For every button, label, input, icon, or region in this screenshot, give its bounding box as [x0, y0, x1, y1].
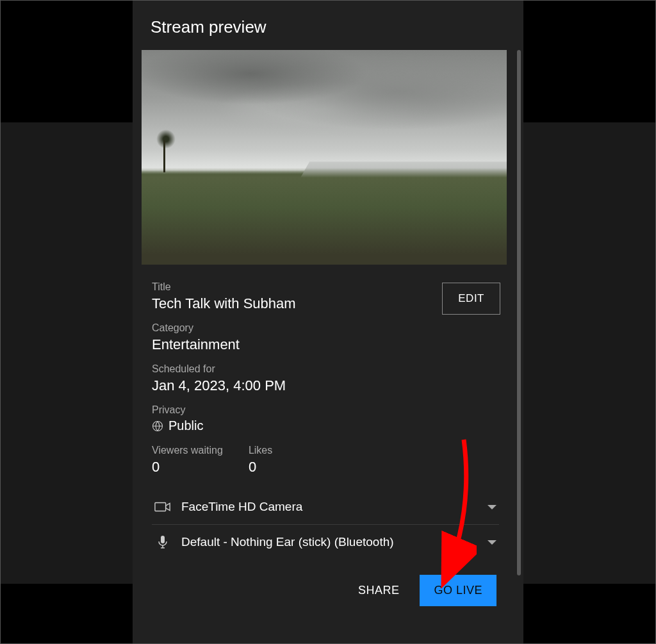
scroll-area: Title Tech Talk with Subham EDIT Categor…	[133, 50, 523, 644]
page-title: Stream preview	[151, 17, 505, 37]
svg-rect-2	[161, 536, 165, 543]
go-live-button[interactable]: GO LIVE	[420, 575, 496, 606]
globe-icon	[152, 420, 163, 432]
privacy-value: Public	[168, 418, 203, 433]
microphone-icon	[154, 536, 171, 549]
likes-stat: Likes 0	[249, 445, 272, 475]
privacy-row: Privacy Public	[152, 404, 499, 433]
background-panel-right	[523, 122, 655, 584]
likes-label: Likes	[249, 445, 272, 456]
viewers-label: Viewers waiting	[152, 445, 223, 456]
scrollbar[interactable]	[517, 50, 521, 575]
camera-label: FaceTime HD Camera	[181, 500, 477, 514]
stream-details: Title Tech Talk with Subham EDIT Categor…	[133, 265, 518, 559]
share-button[interactable]: SHARE	[358, 584, 400, 597]
viewers-value: 0	[152, 459, 223, 475]
viewers-stat: Viewers waiting 0	[152, 445, 223, 475]
camera-icon	[154, 500, 171, 513]
chevron-down-icon	[488, 540, 496, 545]
scheduled-label: Scheduled for	[152, 363, 499, 375]
stats-row: Viewers waiting 0 Likes 0	[152, 445, 499, 475]
title-row: Title Tech Talk with Subham EDIT	[152, 281, 499, 312]
category-value: Entertainment	[152, 336, 499, 353]
likes-value: 0	[249, 459, 272, 475]
edit-button[interactable]: EDIT	[442, 283, 500, 315]
camera-selector[interactable]: FaceTime HD Camera	[152, 490, 499, 525]
microphone-selector[interactable]: Default - Nothing Ear (stick) (Bluetooth…	[152, 525, 499, 559]
svg-rect-1	[155, 503, 166, 511]
action-bar: SHARE GO LIVE	[133, 559, 518, 619]
scheduled-row: Scheduled for Jan 4, 2023, 4:00 PM	[152, 363, 499, 394]
microphone-label: Default - Nothing Ear (stick) (Bluetooth…	[181, 535, 477, 549]
scheduled-value: Jan 4, 2023, 4:00 PM	[152, 377, 499, 394]
stream-thumbnail	[142, 50, 507, 265]
privacy-label: Privacy	[152, 404, 499, 416]
panel-header: Stream preview	[133, 1, 523, 50]
background-panel-left	[1, 122, 133, 584]
stream-preview-panel: Stream preview Title Tech Talk with Subh…	[133, 1, 523, 644]
category-row: Category Entertainment	[152, 322, 499, 353]
category-label: Category	[152, 322, 499, 334]
chevron-down-icon	[488, 505, 496, 509]
